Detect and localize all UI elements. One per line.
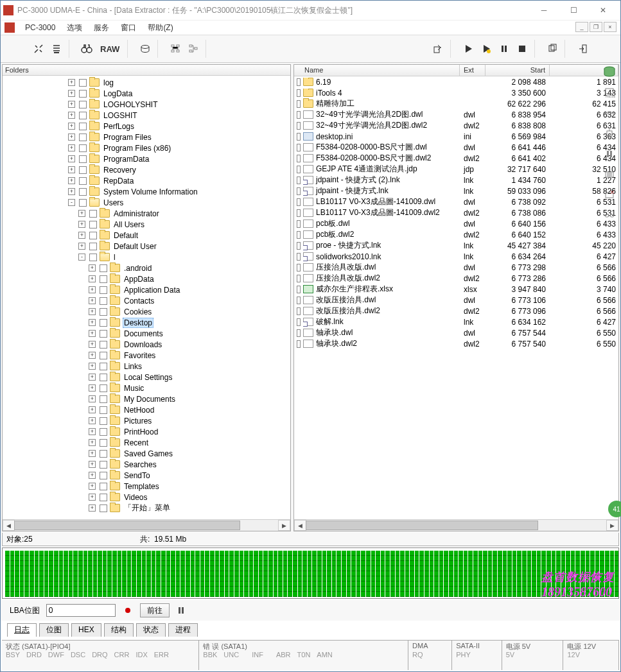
- file-row[interactable]: proe - 快捷方式.lnklnk45 427 38445 220: [294, 240, 618, 251]
- checkbox[interactable]: [100, 395, 107, 403]
- checkbox[interactable]: [79, 144, 87, 152]
- file-row[interactable]: jdpaint - 快捷方式.lnklnk59 033 09658 826: [294, 185, 618, 196]
- file-row[interactable]: jdpaint - 快捷方式 (2).lnklnk1 434 7601 227: [294, 175, 618, 185]
- tree-node[interactable]: +Desktop: [5, 317, 275, 328]
- tree-node[interactable]: +ProgramData: [5, 153, 275, 164]
- tree-node[interactable]: +SendTo: [5, 470, 275, 481]
- checkbox[interactable]: [100, 504, 107, 512]
- checkbox[interactable]: [297, 122, 301, 130]
- menu-item[interactable]: 帮助(Z): [144, 21, 177, 35]
- checkbox[interactable]: [100, 341, 107, 349]
- checkbox[interactable]: [297, 187, 301, 195]
- checkbox[interactable]: [100, 286, 107, 294]
- mdi-close-button[interactable]: ×: [604, 22, 617, 32]
- file-row[interactable]: LB10117 V0-X3成品圖-141009.dwl2dwl26 738 08…: [294, 207, 618, 218]
- checkbox[interactable]: [79, 112, 87, 119]
- record-icon[interactable]: [122, 605, 134, 616]
- scroll-right-icon[interactable]: ▶: [278, 520, 290, 531]
- tab-process[interactable]: 进程: [168, 623, 198, 637]
- file-row[interactable]: iTools 43 350 6003 143: [294, 87, 618, 98]
- tree-body[interactable]: +log+LogData+LOGHOLYSHIT+LOGSHIT+PerfLog…: [3, 76, 290, 519]
- tree-node[interactable]: +Contacts: [5, 295, 275, 306]
- close-button[interactable]: ✕: [588, 1, 618, 19]
- checkbox[interactable]: [297, 329, 301, 337]
- tree-node[interactable]: +PrintHood: [5, 426, 275, 437]
- play-icon[interactable]: [461, 42, 475, 56]
- tree-node[interactable]: +.android: [5, 263, 275, 273]
- mdi-minimize-button[interactable]: _: [575, 22, 588, 32]
- file-row[interactable]: 32~49寸光学调光治具2D图.dwldwl6 838 9546 632: [294, 109, 618, 120]
- checkbox[interactable]: [89, 243, 97, 250]
- tab-bitmap[interactable]: 位图: [39, 623, 69, 637]
- col-start[interactable]: Start: [485, 65, 550, 76]
- tree-node[interactable]: +Recovery: [5, 164, 275, 175]
- checkbox[interactable]: [100, 264, 107, 272]
- file-row[interactable]: 改版压接治具.dwl2dwl26 773 0966 566: [294, 306, 618, 316]
- tools-icon[interactable]: [31, 42, 46, 56]
- file-row[interactable]: pcb板.dwl2dwl26 640 1526 433: [294, 229, 618, 240]
- checkbox[interactable]: [297, 78, 301, 86]
- tree-node[interactable]: +System Volume Information: [5, 186, 275, 197]
- checkbox[interactable]: [100, 472, 107, 479]
- badge[interactable]: 41: [608, 501, 621, 517]
- tab-hex[interactable]: HEX: [71, 623, 101, 637]
- menu-item[interactable]: 选项: [63, 21, 86, 35]
- pause-icon[interactable]: [497, 42, 511, 56]
- tree-node[interactable]: +Favorites: [5, 350, 275, 361]
- tree-node[interactable]: +Pictures: [5, 415, 275, 426]
- scroll-thumb[interactable]: [306, 521, 538, 530]
- checkbox[interactable]: [100, 330, 107, 338]
- checkbox[interactable]: [100, 319, 107, 327]
- tree-node[interactable]: +Cookies: [5, 306, 275, 317]
- file-row[interactable]: pcb板.dwldwl6 640 1566 433: [294, 218, 618, 229]
- file-row[interactable]: F5384-0208-0000-BS尺寸圖.dwl2dwl26 641 4026…: [294, 153, 618, 164]
- checkbox[interactable]: [100, 275, 107, 283]
- checkbox[interactable]: [297, 297, 301, 304]
- disk-icon[interactable]: [138, 42, 152, 56]
- menu-item[interactable]: 窗口: [117, 21, 140, 35]
- file-row[interactable]: 压接治具改版.dwldwl6 773 2986 566: [294, 262, 618, 273]
- pause2-icon[interactable]: [602, 146, 617, 162]
- tree-node[interactable]: +log: [5, 77, 275, 88]
- checkbox[interactable]: [297, 253, 301, 261]
- checkbox[interactable]: [297, 264, 301, 271]
- checkbox[interactable]: [79, 123, 87, 130]
- file-row[interactable]: 6.192 098 4881 891: [294, 76, 618, 87]
- menu-item[interactable]: 服务: [90, 21, 113, 35]
- files-scrollbar[interactable]: ◀ ▶: [294, 519, 618, 531]
- link-icon[interactable]: [602, 208, 617, 223]
- tree-node[interactable]: +LOGHOLYSHIT: [5, 99, 275, 110]
- tree-node[interactable]: +LogData: [5, 88, 275, 99]
- checkbox[interactable]: [79, 199, 87, 207]
- tab-status[interactable]: 状态: [136, 623, 166, 637]
- tree-node[interactable]: +Links: [5, 361, 275, 372]
- tree-node[interactable]: +RepData: [5, 175, 275, 186]
- checkbox[interactable]: [297, 307, 301, 315]
- tree-node[interactable]: +Application Data: [5, 284, 275, 295]
- tree-node[interactable]: +My Documents: [5, 393, 275, 404]
- raw-button[interactable]: RAW: [98, 42, 122, 56]
- tree-node[interactable]: +Default: [5, 230, 275, 241]
- checkbox[interactable]: [89, 232, 97, 239]
- file-row[interactable]: desktop.iniini6 569 9846 363: [294, 131, 618, 142]
- file-row[interactable]: 轴承块.dwl2dwl26 757 5406 550: [294, 338, 618, 349]
- checkbox[interactable]: [297, 100, 301, 108]
- checkbox[interactable]: [79, 166, 87, 174]
- tree-node[interactable]: +Saved Games: [5, 448, 275, 459]
- checkbox[interactable]: [297, 286, 301, 293]
- goto-button[interactable]: 前往: [140, 603, 170, 617]
- checkbox[interactable]: [79, 188, 87, 196]
- col-name[interactable]: Name: [294, 65, 460, 76]
- pause-icon[interactable]: [176, 605, 186, 616]
- checkbox[interactable]: [297, 166, 301, 173]
- tree-node[interactable]: +Downloads: [5, 339, 275, 350]
- checkbox[interactable]: [297, 242, 301, 250]
- tree-node[interactable]: +Searches: [5, 459, 275, 470]
- copy-icon[interactable]: [545, 42, 559, 56]
- tree-node[interactable]: -Users: [5, 197, 275, 208]
- tab-struct[interactable]: 结构: [104, 623, 134, 637]
- tree-node[interactable]: +PerfLogs: [5, 121, 275, 132]
- checkbox[interactable]: [100, 384, 107, 392]
- scroll-right-icon[interactable]: ▶: [606, 520, 618, 531]
- file-row[interactable]: 破解.lnklnk6 634 1626 427: [294, 316, 618, 327]
